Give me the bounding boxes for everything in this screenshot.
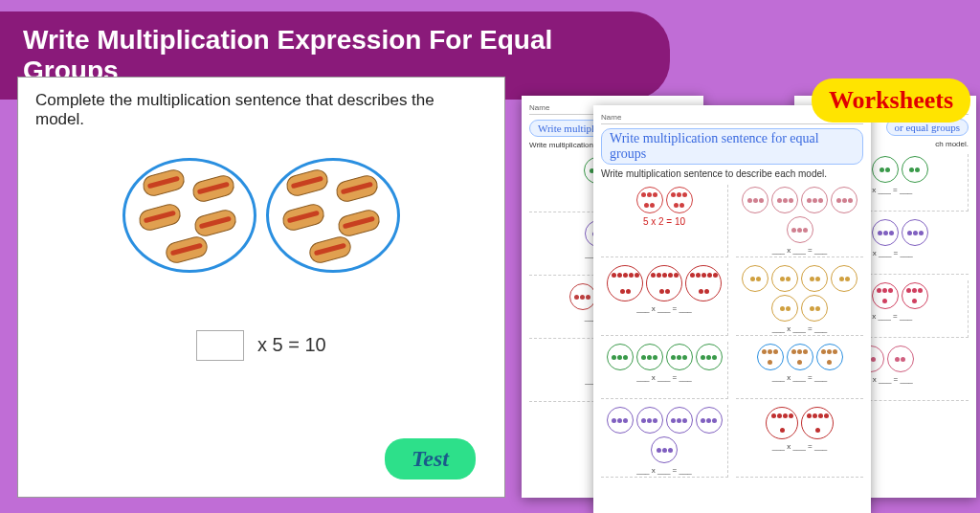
hotdog-icon [307,234,353,266]
blank-equation: ___ x ___ = ___ [738,442,861,451]
worksheet-subtitle: Write multiplication sentence to describ… [601,168,863,179]
blank-equation: ___ x ___ = ___ [738,246,861,255]
hotdog-icon [280,202,326,234]
hotdog-icon [164,234,210,266]
blank-equation: ___ x ___ = ___ [738,373,861,382]
group-circle [266,158,400,273]
hotdog-icon [336,208,382,239]
worksheet-preview: Name Date Write multiplication sentence … [593,105,871,513]
hotdog-icon [137,202,183,234]
blank-equation: ___ x ___ = ___ [738,324,861,333]
answer-input[interactable] [196,330,244,361]
model-area [35,158,487,273]
equation-suffix: x 5 = 10 [257,334,326,355]
blank-equation: ___ x ___ = ___ [603,304,725,313]
test-card: Complete the multiplication sentence tha… [17,77,505,498]
blank-equation: ___ x ___ = ___ [603,373,725,382]
hotdog-icon [190,173,236,205]
hotdog-icon [141,167,187,199]
name-label: Name [529,103,549,112]
example-equation: 5 x 2 = 10 [603,216,725,227]
instruction-text: Complete the multiplication sentence tha… [35,91,487,129]
blank-equation: ___ x ___ = ___ [603,466,725,475]
name-label: Name [601,113,621,122]
worksheet-title: Write multiplication sentence for equal … [601,128,863,165]
group-circle [122,158,256,273]
test-button[interactable]: Test [385,438,476,480]
equation-row: x 5 = 10 [35,330,487,361]
hotdog-icon [334,173,380,205]
hotdog-icon [284,167,330,199]
hotdog-icon [192,208,238,239]
worksheets-badge: Worksheets [812,78,970,123]
